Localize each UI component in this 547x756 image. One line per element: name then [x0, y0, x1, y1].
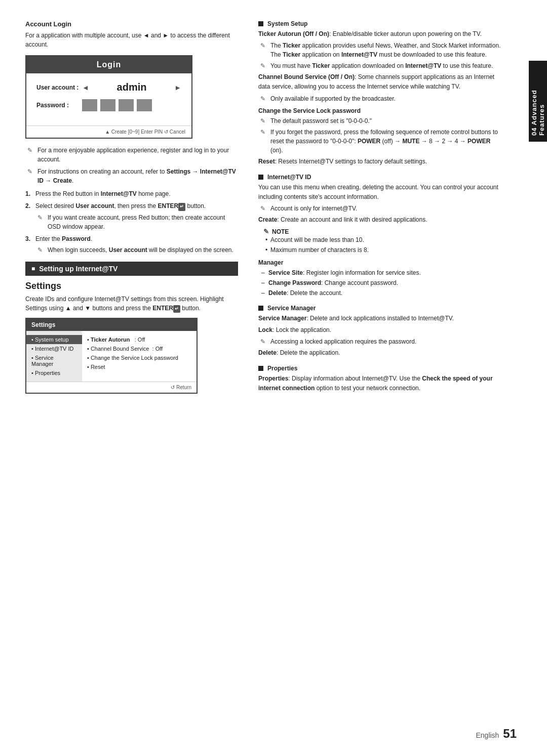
login-dialog-body: User account : ◄ admin ► Password : [26, 73, 191, 125]
password-label: Password : [36, 102, 82, 109]
settings-dialog-footer: ↺ Return [26, 382, 197, 393]
arrow-left-icon[interactable]: ◄ [82, 83, 89, 92]
internetatv-id-note: Account is only for internet@TV. [258, 204, 503, 213]
change-password-dash: Change Password: Change account password… [258, 278, 503, 287]
bullet-icon [258, 21, 263, 26]
internetatv-id-desc: You can use this menu when creating, del… [258, 183, 503, 202]
settings-left-panel: • System setup • Internet@TV ID • Servic… [26, 331, 82, 382]
pencil-icon: ✎ [263, 228, 269, 235]
account-note-2: For instructions on creating an account,… [25, 167, 238, 185]
lock-text: Lock: Lock the application. [258, 325, 503, 335]
settings-dialog: Settings • System setup • Internet@TV ID… [25, 318, 198, 394]
service-manager-desc: Service Manager: Delete and lock applica… [258, 314, 503, 323]
settings-dialog-body: • System setup • Internet@TV ID • Servic… [26, 331, 197, 382]
right-column: System Setup Ticker Autorun (Off / On): … [258, 20, 503, 736]
service-site-dash: Service Site: Register login information… [258, 268, 503, 277]
settings-menu-service-manager[interactable]: • Service Manager [26, 353, 82, 368]
arrow-right-icon[interactable]: ► [174, 83, 181, 92]
section-properties: Properties Properties: Display informati… [258, 365, 503, 393]
note-box: ✎ NOTE Account will be made less than 10… [258, 228, 503, 255]
section-internetatv-id: Internet@TV ID You can use this menu whe… [258, 174, 503, 298]
step-3-note: When login succeeds, User account will b… [35, 245, 238, 255]
step-2: 2. Select desired User account, then pre… [25, 201, 238, 231]
account-note-1: For a more enjoyable application experie… [25, 146, 238, 164]
lock-note: Accessing a locked application requires … [258, 337, 503, 346]
settings-menu-system-setup[interactable]: • System setup [26, 335, 82, 344]
channel-bound-note: Only available if supported by the broad… [258, 94, 503, 103]
bullet-icon [258, 175, 263, 180]
manager-heading: Manager [258, 259, 503, 266]
service-manager-title: Service Manager [258, 305, 503, 312]
user-account-row: User account : ◄ admin ► [36, 81, 181, 93]
pwd-box-2 [100, 99, 115, 111]
account-login-description: For a application with multiple account,… [25, 31, 238, 49]
settings-ticker-autorun: • Ticker Autorun : Off [87, 335, 191, 344]
default-pwd-note: The default password set is "0-0-0-0." [258, 116, 503, 125]
settings-menu-internetatv-id[interactable]: • Internet@TV ID [26, 344, 82, 353]
step-3: 3. Enter the Password. When login succee… [25, 234, 238, 255]
step-2-note: If you want create account, press Red bu… [35, 213, 238, 231]
side-tab-label: 04 Advanced Features [529, 61, 547, 142]
footer: English 51 [476, 727, 517, 741]
pwd-box-1 [82, 99, 97, 111]
change-lock-heading: Change the Service Lock password [258, 107, 503, 114]
settings-reset: • Reset [87, 362, 191, 371]
password-row: Password : [36, 99, 181, 111]
ticker-note-1: The Ticker application provides useful N… [258, 41, 503, 59]
account-login-title: Account Login [25, 20, 238, 28]
settings-title: Settings [25, 281, 238, 291]
user-account-value: admin [89, 81, 174, 93]
left-column: Account Login For a application with mul… [25, 20, 238, 736]
user-account-label: User account : [36, 84, 82, 91]
internetatv-id-title: Internet@TV ID [258, 174, 503, 181]
create-text: Create: Create an account and link it wi… [258, 215, 503, 225]
system-setup-title: System Setup [258, 20, 503, 27]
delete-dash: Delete: Delete the account. [258, 288, 503, 298]
note-box-item-1: Account will be made less than 10. [263, 235, 503, 245]
steps-list: 1. Press the Red button in Internet@TV h… [25, 189, 238, 255]
properties-title: Properties [258, 365, 503, 372]
note-box-title: ✎ NOTE [263, 228, 503, 235]
note-box-item-2: Maximum number of characters is 8. [263, 245, 503, 255]
bullet-icon [258, 366, 263, 371]
footer-page-number: 51 [503, 727, 517, 740]
ticker-autorun-text: Ticker Autorun (Off / On): Enable/disabl… [258, 29, 503, 39]
login-dialog-footer: ▲ Create [0~9] Enter PIN ↺ Cancel [26, 125, 191, 138]
settings-change-lock: • Change the Service Lock password [87, 353, 191, 362]
pwd-box-4 [137, 99, 152, 111]
section-system-setup: System Setup Ticker Autorun (Off / On): … [258, 20, 503, 166]
settings-channel-bound: • Channel Bound Service : Off [87, 344, 191, 353]
delete-text: Delete: Delete the application. [258, 348, 503, 358]
step-1: 1. Press the Red button in Internet@TV h… [25, 189, 238, 198]
settings-dialog-title: Settings [26, 319, 197, 331]
channel-bound-text: Channel Bound Service (Off / On): Some c… [258, 72, 503, 92]
settings-right-panel: • Ticker Autorun : Off • Channel Bound S… [82, 331, 197, 382]
footer-language: English [476, 731, 499, 739]
reset-text: Reset: Resets Internet@TV settings to fa… [258, 157, 503, 166]
password-boxes [82, 99, 181, 111]
bullet-icon [258, 306, 263, 311]
settings-menu-properties[interactable]: • Properties [26, 368, 82, 377]
login-dialog: Login User account : ◄ admin ► Password … [25, 55, 192, 139]
forgot-pwd-note: If you forget the password, press the fo… [258, 128, 503, 155]
section-service-manager: Service Manager Service Manager: Delete … [258, 305, 503, 358]
setup-heading: Setting up Internet@TV [25, 262, 238, 276]
pwd-box-3 [119, 99, 134, 111]
ticker-note-2: You must have Ticker application downloa… [258, 61, 503, 70]
properties-desc: Properties: Display information about In… [258, 374, 503, 393]
login-dialog-title: Login [26, 56, 191, 73]
settings-description: Create IDs and configure Internet@TV set… [25, 295, 238, 313]
